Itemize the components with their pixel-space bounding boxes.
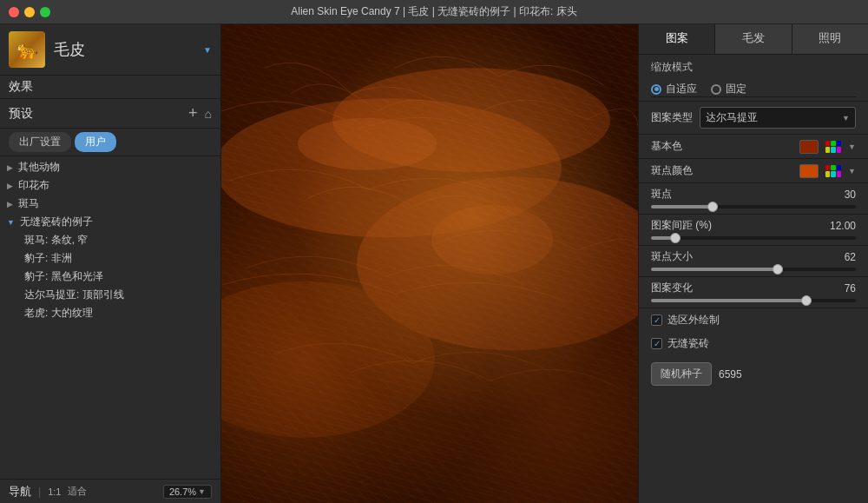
pattern-spacing-label: 图案间距 (%) xyxy=(651,218,712,233)
svg-point-3 xyxy=(221,281,435,438)
svg-point-5 xyxy=(298,118,437,170)
tree-item-leopard-africa[interactable]: 豹子: 非洲 xyxy=(0,249,220,268)
preset-list: ▶其他动物▶印花布▶斑马▼无缝瓷砖的例子斑马: 条纹, 窄豹子: 非洲豹子: 黑… xyxy=(0,156,220,320)
right-tab-fur[interactable]: 毛发 xyxy=(715,24,792,54)
presets-home-button[interactable]: ⌂ xyxy=(205,107,212,121)
nav-percent-arrow: ▼ xyxy=(198,487,206,496)
pattern-type-arrow: ▼ xyxy=(842,114,850,122)
spot-color-swatch[interactable] xyxy=(799,164,819,178)
pattern-variation-slider-row: 图案变化 76 xyxy=(639,277,868,308)
spot-color-grid[interactable] xyxy=(825,165,841,177)
zoom-fixed-option[interactable]: 固定 xyxy=(711,82,746,96)
window-title: Alien Skin Eye Candy 7 | 毛皮 | 无缝瓷砖的例子 | … xyxy=(291,4,576,19)
tree-item-dalmatian-topline[interactable]: 达尔马提亚: 顶部引线 xyxy=(0,286,220,304)
tree-label-zebra: 斑马 xyxy=(18,196,39,211)
tree-label-seamless-examples: 无缝瓷砖的例子 xyxy=(20,215,93,229)
pattern-variation-track[interactable] xyxy=(651,299,856,302)
spot-slider-track[interactable] xyxy=(651,205,856,208)
spot-slider-row: 斑点 30 xyxy=(639,183,868,215)
maximize-button[interactable] xyxy=(40,7,50,17)
minimize-button[interactable] xyxy=(24,7,35,17)
nav-zoom-1-button[interactable]: 1:1 xyxy=(48,486,61,497)
nav-zoom-percent[interactable]: 26.7% ▼ xyxy=(163,485,212,499)
spot-slider-label: 斑点 xyxy=(651,187,672,202)
canvas-image xyxy=(221,24,638,503)
effect-dropdown-arrow[interactable]: ▼ xyxy=(203,45,212,55)
pattern-variation-label: 图案变化 xyxy=(651,281,693,295)
svg-point-6 xyxy=(431,205,553,275)
right-panel: 图案毛发照明 缩放模式 自适应 固定 图案类型 达尔马提亚 ▼ xyxy=(638,24,868,503)
svg-rect-0 xyxy=(221,24,638,503)
base-color-label: 基本色 xyxy=(651,139,792,154)
spot-color-dropdown[interactable]: ▼ xyxy=(848,167,856,175)
tree-item-zebra[interactable]: ▶斑马 xyxy=(0,195,220,213)
base-color-dropdown[interactable]: ▼ xyxy=(848,142,856,151)
preset-tab-factory[interactable]: 出厂设置 xyxy=(9,132,71,152)
tree-item-other-animals[interactable]: ▶其他动物 xyxy=(0,158,220,176)
pattern-type-value: 达尔马提亚 xyxy=(706,110,758,125)
base-color-grid[interactable] xyxy=(825,141,841,153)
base-color-row: 基本色 ▼ xyxy=(639,135,868,159)
spot-size-fill xyxy=(651,268,778,271)
nav-percent-value: 26.7% xyxy=(169,486,196,497)
random-seed-button[interactable]: 随机种子 xyxy=(651,362,712,386)
zoom-adaptive-option[interactable]: 自适应 xyxy=(651,82,697,96)
spot-slider-thumb[interactable] xyxy=(707,202,718,212)
tree-label-leopard-africa: 豹子: 非洲 xyxy=(24,251,72,266)
tree-label-other-animals: 其他动物 xyxy=(18,160,60,175)
tree-label-tiger-texture: 老虎: 大的纹理 xyxy=(24,306,93,320)
presets-header: 预设 + ⌂ xyxy=(0,99,220,129)
tree-item-zebra-stripes[interactable]: 斑马: 条纹, 窄 xyxy=(0,231,220,249)
outside-selection-label: 选区外绘制 xyxy=(667,313,720,328)
right-panel-tabs: 图案毛发照明 xyxy=(639,24,868,55)
spot-size-slider-row: 斑点大小 62 xyxy=(639,246,868,277)
pattern-spacing-thumb[interactable] xyxy=(670,233,681,243)
tree-arrow-other-animals: ▶ xyxy=(7,163,13,172)
zoom-adaptive-radio[interactable] xyxy=(651,84,661,95)
zoom-mode-title: 缩放模式 xyxy=(651,60,856,75)
tree-item-printed-fabric[interactable]: ▶印花布 xyxy=(0,176,220,195)
svg-point-2 xyxy=(357,177,638,351)
outside-selection-row[interactable]: ✓ 选区外绘制 xyxy=(639,308,868,332)
spot-size-thumb[interactable] xyxy=(773,264,783,275)
preset-tab-user[interactable]: 用户 xyxy=(75,132,116,152)
tree-label-printed-fabric: 印花布 xyxy=(18,178,49,193)
pattern-variation-thumb[interactable] xyxy=(801,295,812,306)
effect-icon: 🐆 xyxy=(9,31,45,68)
effects-label: 效果 xyxy=(0,76,220,99)
svg-point-4 xyxy=(332,68,610,172)
tree-arrow-printed-fabric: ▶ xyxy=(7,182,13,190)
pattern-type-row: 图案类型 达尔马提亚 ▼ xyxy=(639,102,868,135)
nav-label: 导航 xyxy=(9,484,31,500)
canvas-area[interactable] xyxy=(221,24,638,503)
outside-selection-checkbox[interactable]: ✓ xyxy=(651,314,662,326)
window-controls xyxy=(9,7,50,17)
spot-size-value: 62 xyxy=(845,251,856,263)
close-button[interactable] xyxy=(9,7,19,17)
nav-fit-button[interactable]: 适合 xyxy=(68,485,87,498)
presets-add-button[interactable]: + xyxy=(188,104,198,122)
tree-item-tiger-texture[interactable]: 老虎: 大的纹理 xyxy=(0,304,220,320)
spot-size-label: 斑点大小 xyxy=(651,249,693,264)
zoom-fixed-radio[interactable] xyxy=(711,84,721,95)
nav-separator1: | xyxy=(38,486,41,498)
pattern-type-label: 图案类型 xyxy=(651,110,693,125)
zoom-adaptive-label: 自适应 xyxy=(666,82,697,96)
effect-header: 🐆 毛皮 ▼ xyxy=(0,24,220,76)
tree-arrow-zebra: ▶ xyxy=(7,200,13,208)
sidebar: 🐆 毛皮 ▼ 效果 预设 + ⌂ 出厂设置用户 ▶其他动物▶印花布▶斑马▼无缝瓷… xyxy=(0,24,221,503)
pattern-spacing-track[interactable] xyxy=(651,236,856,240)
pattern-variation-value: 76 xyxy=(845,282,856,295)
seamless-tile-row[interactable]: ✓ 无缝瓷砖 xyxy=(639,332,868,355)
right-tab-pattern[interactable]: 图案 xyxy=(639,24,715,54)
pattern-type-select[interactable]: 达尔马提亚 ▼ xyxy=(700,107,856,129)
spot-size-track[interactable] xyxy=(651,268,856,271)
right-tab-lighting[interactable]: 照明 xyxy=(792,24,868,54)
base-color-swatch[interactable] xyxy=(799,140,819,154)
tree-item-seamless-examples[interactable]: ▼无缝瓷砖的例子 xyxy=(0,213,220,231)
spot-slider-value: 30 xyxy=(845,189,856,201)
tree-item-leopard-black[interactable]: 豹子: 黑色和光泽 xyxy=(0,268,220,286)
zoom-mode-row: 自适应 固定 xyxy=(651,82,856,97)
seamless-tile-checkbox[interactable]: ✓ xyxy=(651,338,662,349)
effect-label: 毛皮 xyxy=(54,39,198,60)
